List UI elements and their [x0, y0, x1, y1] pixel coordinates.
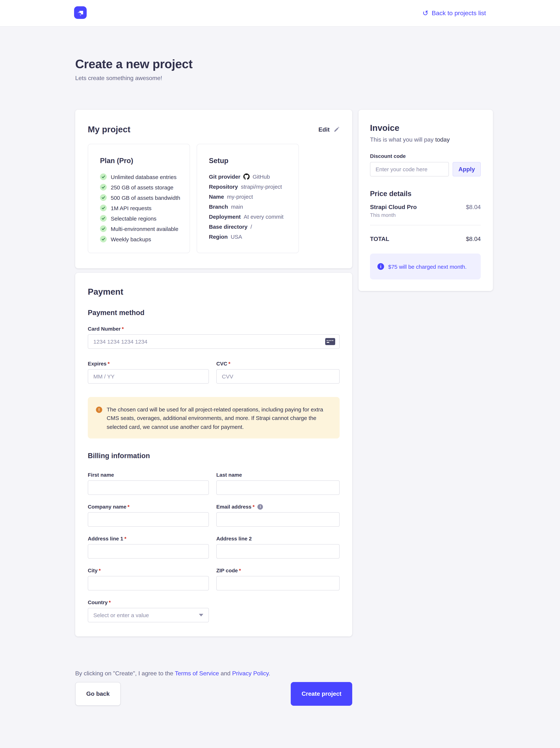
last-name-label: Last name [216, 472, 340, 478]
payment-card: Payment Payment method Card Number* [75, 273, 352, 636]
back-to-projects-link[interactable]: ↺ Back to projects list [422, 9, 486, 17]
discount-code-input[interactable] [370, 162, 449, 177]
privacy-policy-link[interactable]: Privacy Policy [232, 670, 269, 676]
check-icon [100, 194, 107, 201]
country-select[interactable]: Select or enter a value [88, 608, 209, 622]
company-name-field: Company name* [88, 504, 209, 527]
expires-label: Expires* [88, 361, 209, 367]
address-line1-input[interactable] [88, 544, 209, 559]
zip-code-field: ZIP code* [216, 567, 340, 590]
email-address-field: Email address* i [216, 504, 340, 527]
zip-code-input[interactable] [216, 576, 340, 590]
info-icon: i [378, 263, 384, 270]
address-line1-field: Address line 1* [88, 536, 209, 559]
required-asterisk: * [109, 599, 111, 605]
top-navbar: ↺ Back to projects list [0, 0, 560, 27]
warning-icon: ! [96, 406, 102, 413]
check-icon [100, 215, 107, 221]
card-number-label: Card Number* [88, 326, 340, 332]
line-item-amount: $8.04 [466, 204, 481, 211]
cvc-input[interactable] [216, 369, 340, 383]
check-icon [100, 184, 107, 190]
billing-information-title: Billing information [88, 452, 340, 460]
setup-row-git-provider: Git provider GitHub [209, 173, 292, 180]
required-asterisk: * [228, 361, 230, 367]
required-asterisk: * [107, 361, 109, 367]
plan-feature: Multi-environment available [100, 225, 183, 232]
first-name-label: First name [88, 472, 209, 478]
last-name-input[interactable] [216, 481, 340, 495]
check-icon [100, 173, 107, 180]
price-divider [370, 225, 481, 225]
card-number-input[interactable] [88, 334, 340, 349]
required-asterisk: * [124, 536, 126, 541]
plan-panel: Plan (Pro) Unlimited database entries 25… [88, 144, 190, 253]
check-icon [100, 236, 107, 242]
company-name-input[interactable] [88, 512, 209, 527]
back-link-label: Back to projects list [432, 9, 486, 17]
strapi-logo[interactable] [74, 6, 87, 20]
line-item-name: Strapi Cloud Pro [370, 204, 417, 211]
total-label: TOTAL [370, 236, 389, 242]
email-info-icon[interactable]: i [258, 504, 263, 510]
card-number-field: Card Number* [88, 326, 340, 349]
plan-feature: 500 GB of assets bandwidth [100, 194, 183, 201]
setup-row-branch: Branch main [209, 204, 292, 210]
first-name-input[interactable] [88, 481, 209, 495]
last-name-field: Last name [216, 472, 340, 495]
cvc-field: CVC* [216, 361, 340, 383]
github-icon [243, 173, 250, 180]
total-row: TOTAL $8.04 [370, 236, 481, 242]
go-back-button[interactable]: Go back [75, 682, 121, 706]
card-usage-warning-text: The chosen card will be used for all pro… [107, 405, 330, 431]
check-icon [100, 205, 107, 211]
page-heading: Create a new project Lets create somethi… [75, 57, 193, 81]
setup-row-name: Name my-project [209, 193, 292, 200]
address-line1-label: Address line 1* [88, 536, 209, 541]
price-details-title: Price details [370, 190, 481, 198]
check-icon [100, 225, 107, 232]
email-address-input[interactable] [216, 512, 340, 527]
address-line2-field: Address line 2 [216, 536, 340, 559]
terms-of-service-link[interactable]: Terms of Service [175, 670, 219, 676]
expires-input[interactable] [88, 369, 209, 383]
total-amount: $8.04 [466, 236, 481, 242]
apply-discount-button[interactable]: Apply [453, 162, 481, 177]
setup-row-repository: Repository strapi/my-project [209, 184, 292, 190]
price-line-item: Strapi Cloud Pro This month $8.04 [370, 204, 481, 218]
cvc-label: CVC* [216, 361, 340, 367]
plan-feature: 1M API requests [100, 205, 183, 211]
page-title: Create a new project [75, 57, 193, 71]
plan-title: Plan (Pro) [100, 157, 183, 165]
charge-note-text: $75 will be charged next month. [388, 263, 467, 270]
plan-feature-list: Unlimited database entries 250 GB of ass… [100, 173, 183, 242]
plan-feature: Weekly backups [100, 236, 183, 242]
setup-rows: Git provider GitHub Repository strapi/my… [209, 173, 292, 240]
address-line2-input[interactable] [216, 544, 340, 559]
zip-code-label: ZIP code* [216, 567, 340, 574]
setup-panel: Setup Git provider GitHub Repository str… [197, 144, 299, 253]
setup-row-deployment: Deployment At every commit [209, 213, 292, 220]
plan-feature: Unlimited database entries [100, 173, 183, 180]
create-project-page: ↺ Back to projects list Create a new pro… [0, 0, 560, 748]
address-line2-label: Address line 2 [216, 536, 340, 541]
required-asterisk: * [128, 504, 130, 510]
setup-row-base-directory: Base directory / [209, 224, 292, 230]
credit-card-icon [325, 338, 335, 345]
country-label: Country* [88, 599, 209, 605]
edit-project-button[interactable]: Edit [318, 126, 340, 133]
create-project-button[interactable]: Create project [291, 682, 352, 706]
chevron-down-icon [199, 614, 203, 616]
payment-method-title: Payment method [88, 309, 340, 317]
required-asterisk: * [99, 567, 101, 574]
city-input[interactable] [88, 576, 209, 590]
edit-button-label: Edit [318, 126, 330, 133]
country-field: Country* Select or enter a value [88, 599, 209, 622]
back-icon: ↺ [422, 9, 428, 17]
pencil-icon [333, 126, 340, 133]
first-name-field: First name [88, 472, 209, 495]
card-usage-warning: ! The chosen card will be used for all p… [88, 397, 340, 439]
payment-title: Payment [88, 287, 340, 297]
setup-title: Setup [209, 157, 292, 165]
discount-code-label: Discount code [370, 153, 481, 159]
